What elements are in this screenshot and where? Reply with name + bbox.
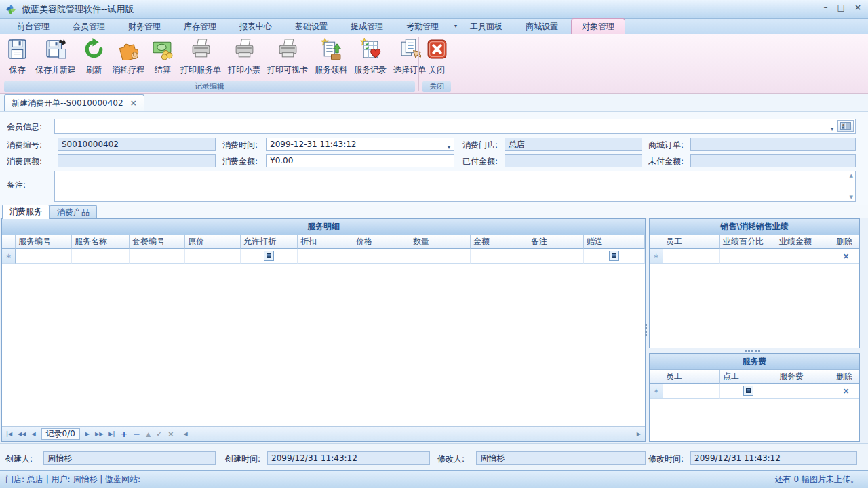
ribbon-tab-basic-settings[interactable]: 基础设置 <box>285 19 338 34</box>
refresh-button[interactable]: 刷新 <box>79 35 108 76</box>
nav-next-page-button[interactable]: ▶▶ <box>95 431 103 437</box>
ribbon-tab-object-management[interactable]: 对象管理 <box>571 18 625 34</box>
service-material-button[interactable]: 服务领料 <box>311 35 351 76</box>
ribbon-tab-finance-management[interactable]: 财务管理 <box>118 19 171 34</box>
column-performance-amount[interactable]: 业绩金额 <box>776 235 833 249</box>
consume-course-button[interactable]: 消耗疗程 <box>108 35 148 76</box>
horizontal-splitter[interactable] <box>745 350 760 352</box>
grid-cell[interactable] <box>241 249 298 264</box>
ribbon-tab-tool-panel[interactable]: 工具面板 <box>460 19 513 34</box>
tab-consume-service[interactable]: 消费服务 <box>2 205 50 219</box>
column-service-name[interactable]: 服务名称 <box>72 235 130 249</box>
grid-cell[interactable] <box>130 249 185 264</box>
consume-time-dropdown-icon[interactable]: ▾ <box>448 142 450 151</box>
member-dropdown-icon[interactable]: ▾ <box>831 123 833 134</box>
delete-row-icon[interactable]: × <box>842 386 849 396</box>
unpaid-amount-field[interactable] <box>690 154 856 167</box>
grid-cell[interactable] <box>720 384 776 399</box>
service-record-button[interactable]: 服务记录 <box>351 35 390 76</box>
attendance-dropdown-icon[interactable]: ▾ <box>452 19 460 34</box>
member-card-button[interactable] <box>837 120 854 132</box>
column-service-fee[interactable]: 服务费 <box>776 370 833 384</box>
column-gift[interactable]: 赠送 <box>584 235 645 249</box>
delete-row-icon[interactable]: × <box>842 251 849 261</box>
minimize-button[interactable]: – <box>824 3 828 12</box>
column-price[interactable]: 价格 <box>353 235 410 249</box>
nav-delete-button[interactable]: − <box>133 429 140 439</box>
performance-grid-empty-area[interactable] <box>650 264 859 348</box>
column-amount[interactable]: 金额 <box>471 235 528 249</box>
grid-cell[interactable] <box>528 249 584 264</box>
window-close-button[interactable]: × <box>854 3 861 12</box>
grid-cell[interactable]: × <box>833 249 859 264</box>
gift-checkbox[interactable] <box>609 251 619 261</box>
print-receipt-button[interactable]: 打印小票 <box>224 35 264 76</box>
tab-consume-product[interactable]: 消费产品 <box>50 205 97 218</box>
ribbon-tab-front-desk-management[interactable]: 前台管理 <box>7 19 60 34</box>
mall-order-field[interactable] <box>690 138 856 151</box>
nav-last-button[interactable]: ▶| <box>108 431 115 437</box>
remark-scroll-up-icon[interactable]: ▲ <box>850 173 853 178</box>
nav-append-button[interactable]: + <box>120 429 127 439</box>
remark-textarea[interactable]: ▲ ▼ <box>54 171 856 202</box>
column-performance-percent[interactable]: 业绩百分比 <box>720 235 776 249</box>
ribbon-tab-inventory-management[interactable]: 库存管理 <box>174 19 226 34</box>
settle-button[interactable]: 结算 <box>148 35 177 76</box>
ribbon-tab-commission-management[interactable]: 提成管理 <box>340 19 393 34</box>
original-amount-field[interactable] <box>58 154 216 167</box>
hscroll-track[interactable] <box>193 429 631 440</box>
grid-cell[interactable] <box>776 249 833 264</box>
nav-post-button[interactable]: ✓ <box>156 430 162 439</box>
grid-cell[interactable] <box>410 249 471 264</box>
save-and-new-button[interactable]: 保存并新建 <box>32 35 79 76</box>
grid-cell[interactable] <box>353 249 410 264</box>
ribbon-tab-attendance-management[interactable]: 考勤管理 <box>396 19 449 34</box>
remark-scroll-down-icon[interactable]: ▼ <box>850 195 853 200</box>
column-employee[interactable]: 员工 <box>663 235 720 249</box>
grid-cell[interactable] <box>471 249 528 264</box>
grid-cell[interactable] <box>776 384 833 399</box>
paid-amount-field[interactable] <box>505 154 642 167</box>
hscroll-left-arrow-icon[interactable]: ◀ <box>184 431 188 437</box>
column-allow-discount[interactable]: 允许打折 <box>241 235 298 249</box>
print-service-order-button[interactable]: 打印服务单 <box>177 35 224 76</box>
column-discount[interactable]: 折扣 <box>298 235 353 249</box>
document-tab-close-icon[interactable]: × <box>130 98 137 108</box>
grid-cell[interactable] <box>663 384 720 399</box>
maximize-button[interactable]: □ <box>837 3 845 12</box>
close-button[interactable]: 关闭 <box>422 35 452 76</box>
grid-cell[interactable] <box>185 249 241 264</box>
save-button[interactable]: 保存 <box>3 35 32 76</box>
consume-amount-field[interactable]: ¥0.00 <box>266 154 454 167</box>
column-original-price[interactable]: 原价 <box>185 235 241 249</box>
member-info-field[interactable]: ▾ <box>54 119 856 134</box>
service-grid-empty-area[interactable] <box>2 264 645 426</box>
allow-discount-checkbox[interactable] <box>264 251 274 261</box>
service-fee-grid-empty-area[interactable] <box>650 399 859 441</box>
nav-edit-button[interactable]: ▲ <box>146 431 151 438</box>
hscroll-right-arrow-icon[interactable]: ▶ <box>637 431 641 437</box>
consume-time-field[interactable]: 2099-12-31 11:43:12 ▾ <box>266 138 454 151</box>
column-delete[interactable]: 删除 <box>833 235 859 249</box>
grid-cell[interactable] <box>16 249 72 264</box>
consume-store-field[interactable]: 总店 <box>505 138 642 151</box>
column-remark[interactable]: 备注 <box>528 235 584 249</box>
grid-cell[interactable] <box>720 249 776 264</box>
column-employee[interactable]: 员工 <box>663 370 720 384</box>
nav-prev-button[interactable]: ◀ <box>31 431 35 437</box>
ribbon-tab-mall-settings[interactable]: 商城设置 <box>515 19 568 34</box>
column-quantity[interactable]: 数量 <box>410 235 471 249</box>
column-labor[interactable]: 点工 <box>720 370 776 384</box>
labor-checkbox[interactable] <box>743 386 753 396</box>
creator-field[interactable]: 周怡杉 <box>43 451 216 465</box>
nav-next-button[interactable]: ▶ <box>85 431 90 437</box>
vertical-splitter[interactable] <box>645 324 647 336</box>
grid-cell[interactable] <box>663 249 720 264</box>
nav-prev-page-button[interactable]: ◀◀ <box>18 431 26 437</box>
modify-time-field[interactable]: 2099/12/31 11:43:12 <box>690 451 857 465</box>
consume-no-field[interactable]: S0010000402 <box>58 138 216 151</box>
print-visual-card-button[interactable]: 打印可视卡 <box>264 35 311 76</box>
grid-cell[interactable] <box>298 249 353 264</box>
grid-cell[interactable] <box>72 249 130 264</box>
document-tab[interactable]: 新建消费开单--S0010000402 × <box>4 94 144 111</box>
